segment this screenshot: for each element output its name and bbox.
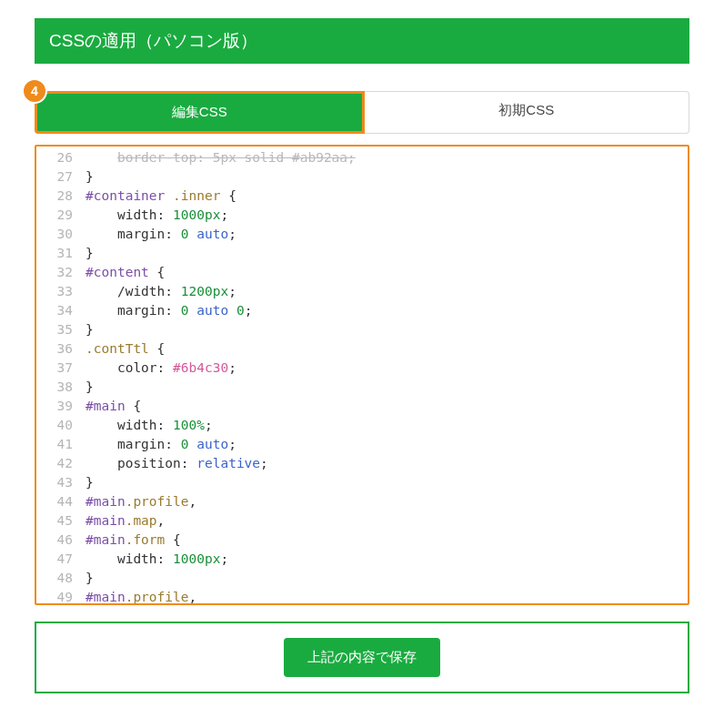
- section-header: CSSの適用（パソコン版）: [35, 18, 689, 64]
- code-line[interactable]: position: relative;: [85, 454, 682, 473]
- code-line[interactable]: border-top: 5px solid #ab92aa;: [85, 148, 682, 167]
- code-line[interactable]: #container .inner {: [85, 187, 682, 206]
- code-content[interactable]: border-top: 5px solid #ab92aa;}#containe…: [80, 147, 688, 603]
- code-line[interactable]: .contTtl {: [85, 339, 682, 359]
- line-number: 42: [36, 454, 73, 473]
- code-line[interactable]: margin: 0 auto 0;: [85, 301, 682, 320]
- save-section: 上記の内容で保存: [35, 622, 689, 693]
- line-number: 27: [36, 167, 73, 187]
- line-number: 36: [36, 339, 73, 359]
- section-title: CSSの適用（パソコン版）: [49, 31, 257, 50]
- tab-label: 初期CSS: [498, 102, 554, 117]
- code-line[interactable]: #main {: [85, 397, 682, 416]
- code-editor-frame: 2627282930313233343536373839404142434445…: [35, 145, 689, 605]
- code-line[interactable]: }: [85, 320, 682, 339]
- code-line[interactable]: }: [85, 569, 682, 588]
- tab-edit-css[interactable]: 編集CSS: [35, 91, 365, 134]
- line-number: 37: [36, 359, 73, 378]
- line-number: 34: [36, 301, 73, 320]
- tabs: 編集CSS 初期CSS: [35, 91, 689, 134]
- line-number: 31: [36, 244, 73, 263]
- line-number: 40: [36, 416, 73, 435]
- line-number: 39: [36, 397, 73, 416]
- code-editor[interactable]: 2627282930313233343536373839404142434445…: [36, 147, 688, 603]
- line-number: 49: [36, 588, 73, 603]
- line-number: 33: [36, 282, 73, 301]
- code-line[interactable]: #content {: [85, 263, 682, 282]
- code-line[interactable]: width: 1000px;: [85, 206, 682, 225]
- line-number: 30: [36, 225, 73, 244]
- line-number: 47: [36, 550, 73, 569]
- code-line[interactable]: color: #6b4c30;: [85, 359, 682, 378]
- save-button-label: 上記の内容で保存: [307, 649, 417, 664]
- line-number: 28: [36, 187, 73, 206]
- code-line[interactable]: }: [85, 473, 682, 492]
- line-number: 38: [36, 378, 73, 397]
- code-line[interactable]: }: [85, 244, 682, 263]
- line-number: 44: [36, 492, 73, 511]
- code-line[interactable]: #main.map,: [85, 511, 682, 531]
- step-badge: 4: [22, 78, 47, 104]
- line-number: 45: [36, 511, 73, 531]
- save-button[interactable]: 上記の内容で保存: [284, 638, 440, 677]
- tab-default-css[interactable]: 初期CSS: [365, 91, 690, 134]
- line-number: 32: [36, 263, 73, 282]
- line-number: 46: [36, 531, 73, 550]
- code-line[interactable]: margin: 0 auto;: [85, 225, 682, 244]
- line-number: 41: [36, 435, 73, 454]
- code-line[interactable]: /width: 1200px;: [85, 282, 682, 301]
- code-line[interactable]: #main.profile,: [85, 588, 682, 603]
- code-line[interactable]: }: [85, 167, 682, 187]
- code-line[interactable]: width: 100%;: [85, 416, 682, 435]
- line-number-gutter: 2627282930313233343536373839404142434445…: [36, 147, 80, 603]
- line-number: 29: [36, 206, 73, 225]
- line-number: 43: [36, 473, 73, 492]
- tab-label: 編集CSS: [172, 104, 227, 119]
- line-number: 48: [36, 569, 73, 588]
- code-line[interactable]: width: 1000px;: [85, 550, 682, 569]
- code-line[interactable]: #main.profile,: [85, 492, 682, 511]
- line-number: 26: [36, 148, 73, 167]
- code-line[interactable]: #main.form {: [85, 531, 682, 550]
- code-line[interactable]: }: [85, 378, 682, 397]
- step-number: 4: [31, 84, 38, 98]
- code-line[interactable]: margin: 0 auto;: [85, 435, 682, 454]
- line-number: 35: [36, 320, 73, 339]
- tabs-container: 4 編集CSS 初期CSS: [35, 91, 689, 134]
